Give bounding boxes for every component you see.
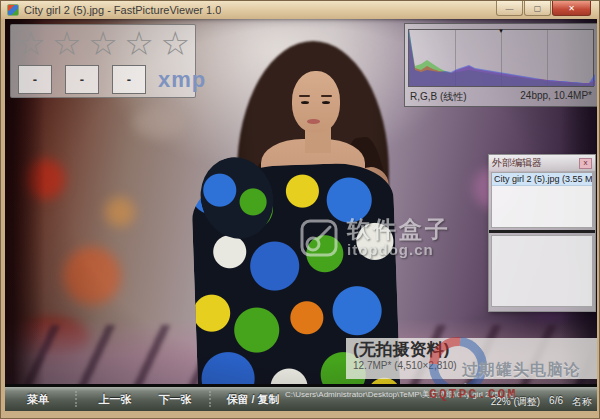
window-title: City girl 2 (5).jpg - FastPictureViewer …	[24, 4, 221, 16]
image-index-text: 6/6	[549, 395, 563, 409]
watermark-forum-domain: GQTPC.COM	[429, 387, 517, 402]
xmp-label-box[interactable]: -	[65, 65, 99, 94]
minimize-button[interactable]: —	[496, 1, 523, 16]
watermark-softwarebox: 软件盒子 itopdog.cn	[299, 217, 451, 258]
histogram-plot: ▼	[408, 29, 594, 87]
histogram-depth-label: 24bpp, 10.4MP*	[520, 90, 592, 104]
label-box-row: ---	[18, 65, 146, 94]
editor-file-list[interactable]: City girl 2 (5).jpg (3.55 MB)	[491, 172, 593, 228]
histogram-marker-icon[interactable]: ▼	[498, 28, 504, 34]
menu-button[interactable]: 菜单	[15, 387, 61, 411]
toolbar-separator	[209, 391, 211, 407]
close-button[interactable]: ✕	[552, 1, 591, 16]
histogram-mode-label: R,G,B (线性)	[410, 90, 467, 104]
star-icon[interactable]: ☆	[160, 27, 190, 61]
xmp-label-box[interactable]: -	[112, 65, 146, 94]
previous-image-button[interactable]: 上一张	[89, 387, 141, 411]
next-image-button[interactable]: 下一张	[149, 387, 201, 411]
star-icon[interactable]: ☆	[16, 27, 46, 61]
xmp-label-box[interactable]: -	[18, 65, 52, 94]
xmp-label: xmp	[158, 67, 206, 93]
star-icon[interactable]: ☆	[124, 27, 154, 61]
window-controls: — ▢ ✕	[496, 1, 591, 16]
editor-empty-list[interactable]	[491, 235, 593, 307]
keep-copy-button[interactable]: 保留 / 复制	[219, 387, 287, 411]
external-editors-panel: 外部编辑器 x City girl 2 (5).jpg (3.55 MB)	[488, 154, 596, 312]
watermark-domain: itopdog.cn	[347, 241, 451, 258]
editors-close-icon[interactable]: x	[579, 158, 592, 169]
rating-panel: ☆☆☆☆☆ --- xmp	[10, 24, 196, 98]
maximize-button[interactable]: ▢	[524, 1, 551, 16]
star-row: ☆☆☆☆☆	[11, 25, 195, 63]
histogram-svg	[409, 28, 595, 86]
app-icon	[7, 4, 19, 16]
panel-divider	[489, 230, 595, 233]
toolbar-separator	[75, 391, 77, 407]
star-icon[interactable]: ☆	[88, 27, 118, 61]
histogram-series-blue	[409, 28, 595, 86]
image-canvas[interactable]: 软件盒子 itopdog.cn (无拍摄资料) 12.7MP* (4,510×2…	[5, 19, 597, 411]
xmp-row: --- xmp	[11, 65, 195, 94]
star-icon[interactable]: ☆	[52, 27, 82, 61]
sort-mode-text: 名称	[572, 395, 592, 409]
editor-file-item[interactable]: City girl 2 (5).jpg (3.55 MB)	[492, 173, 592, 186]
softwarebox-logo-icon	[299, 218, 339, 258]
app-window: City girl 2 (5).jpg - FastPictureViewer …	[0, 0, 600, 419]
histogram-panel: ▼ R,G,B (线性) 24bpp, 10.4MP*	[404, 23, 597, 107]
editors-panel-title: 外部编辑器	[492, 156, 542, 170]
watermark-title: 软件盒子	[347, 217, 451, 241]
